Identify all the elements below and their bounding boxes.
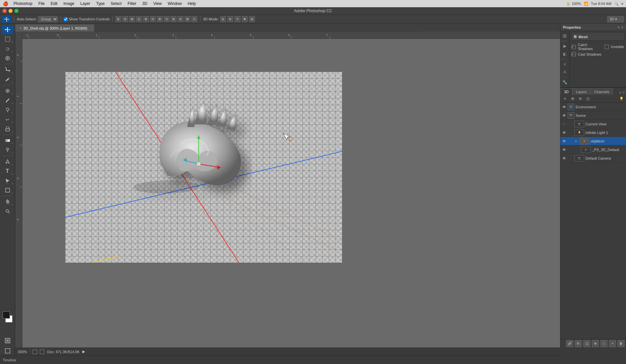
menu-3d[interactable]: 3D [140,1,150,7]
layer-vis-env[interactable]: 👁 [562,105,566,109]
layers-add-icon[interactable]: ⊞ [569,96,576,102]
align-right[interactable]: ⊠ [129,16,135,22]
props-nav-icon-6[interactable]: 🔧 [561,79,568,86]
menu-view[interactable]: View [151,1,164,7]
layer-style-icon[interactable]: fx [575,340,582,347]
layer-infinite-light[interactable]: 👁 💡 Infinite Light 1 [560,128,626,137]
path-select-tool[interactable]: ▾ [2,176,14,185]
layer-expand-mesh[interactable]: ▶ [574,139,578,143]
lasso-tool[interactable]: ⊃ ▾ [2,44,14,53]
layer-vis-scene[interactable]: 👁 [562,113,566,118]
hand-tool[interactable]: ▾ [2,197,14,206]
notification-icon[interactable]: ≡ [621,2,623,6]
tab-close-icon[interactable]: × [19,26,21,30]
menu-window[interactable]: Window [165,1,185,7]
shape-tool[interactable]: ▾ [2,186,14,195]
layer-adjust-icon[interactable]: ⊕ [592,340,599,347]
props-nav-icon-2[interactable]: ▶ [561,42,568,50]
3d-pan-icon[interactable]: ✛ [235,16,241,22]
menu-photoshop[interactable]: Photoshop [11,1,35,7]
3d-scale-icon[interactable]: ⊞ [249,16,255,22]
crop-tool[interactable]: ▾ [2,65,14,74]
3d-roll-icon[interactable]: ⊗ [227,16,233,22]
layers-group-icon[interactable]: ◫ [584,96,591,102]
text-tool[interactable]: T ▾ [2,167,14,176]
tab-3d[interactable]: 3D [560,88,572,95]
spot-heal-tool[interactable]: ▾ [2,86,14,95]
panel-menu-right-icon[interactable]: ≡ [622,90,625,95]
layers-filter-icon[interactable]: ≡ [562,96,568,102]
show-transform-checkbox[interactable]: Show Transform Controls [64,17,110,21]
layer-vis-light[interactable]: 👁 [562,130,566,135]
screen-mode-toggle[interactable] [2,346,14,355]
layer-new-icon[interactable]: + [609,340,616,347]
3d-mode-dropdown[interactable]: 3D ▾ [607,16,624,22]
tab-layers[interactable]: Layers [572,88,590,95]
distribute-left[interactable]: ⊞ [171,16,177,22]
quickmask-toggle[interactable] [2,336,14,345]
dodge-tool[interactable]: ▾ [2,145,14,155]
menu-image[interactable]: Image [61,1,77,7]
3d-slide-icon[interactable]: ✤ [242,16,248,22]
layers-delete-icon[interactable]: ⊟ [577,96,583,102]
layer-objmesh[interactable]: 👁 ▶ ⊞ objMesh [560,137,626,145]
marquee-rect-tool[interactable]: ▾ ▾ [2,35,14,44]
foreground-color-swatch[interactable] [3,311,10,319]
align-center-v[interactable]: ⊞ [143,16,149,22]
maximize-button[interactable] [14,9,18,13]
layer-vis-mesh[interactable]: 👁 [562,139,566,143]
canvas-viewport[interactable] [22,39,560,348]
color-swatches[interactable] [1,311,14,323]
distribute-h[interactable]: ⊠ [157,16,163,22]
tab-channels[interactable]: Channels [590,88,613,95]
distribute-right[interactable]: ⊟ [178,16,184,22]
layer-ps3d-default[interactable]: 👁 ⊞ _PS_3D_Default [560,145,626,154]
layers-light-icon[interactable]: 💡 [618,96,625,102]
history-brush-tool[interactable]: ↩ ▾ [2,115,14,124]
menu-filter[interactable]: Filter [125,1,139,7]
props-nav-icon-5[interactable]: A [561,68,568,76]
menu-type[interactable]: Type [94,1,107,7]
layer-delete-icon[interactable]: 🗑 [617,340,625,347]
align-center-h[interactable]: ⊟ [122,16,128,22]
layer-default-camera[interactable]: 👁 📷 Default Camera [560,154,626,163]
3d-rotate-icon[interactable]: ⊕ [220,16,226,22]
menu-select[interactable]: Select [108,1,124,7]
distribute-v[interactable]: ⊡ [164,16,170,22]
menu-edit[interactable]: Edit [48,1,60,7]
apple-menu[interactable]: 🍎 [3,1,8,6]
layer-current-view[interactable]: 👁 📷 Current View [560,120,626,128]
distribute-top[interactable]: ⊠ [185,16,190,22]
brush-tool[interactable]: ▾ [2,96,14,105]
layer-vis-cam[interactable]: 👁 [562,156,566,161]
menu-file[interactable]: File [36,1,47,7]
catch-shadows-checkbox[interactable]: ✓ [572,45,576,49]
panel-collapse-icon[interactable]: ◂ [617,25,619,29]
eyedropper-tool[interactable]: ▾ [2,75,14,84]
invisible-checkbox[interactable] [605,45,609,49]
zoom-level[interactable]: 300% [18,350,27,354]
menu-help[interactable]: Help [185,1,199,7]
panel-collapse-right-icon[interactable]: ▾ [619,91,621,94]
search-icon[interactable]: 🔍 [614,2,619,6]
cast-shadows-checkbox[interactable]: ✓ [572,52,576,56]
layer-scene[interactable]: 👁 📷 Scene [560,111,626,120]
move-tool[interactable] [2,25,14,34]
props-nav-icon-4[interactable]: ≡ [561,61,568,68]
show-transform-input[interactable] [64,17,68,21]
clone-stamp-tool[interactable]: ▾ [2,105,14,115]
canvas-tab[interactable]: × 3D_Shell.obj @ 300% (Layer 1, RGB/8) [15,24,94,32]
layer-group-icon[interactable]: □ [600,340,608,347]
close-button[interactable] [3,9,7,13]
props-nav-icon-3[interactable]: ◧ [561,50,568,58]
gradient-tool[interactable]: ▾ [2,136,14,145]
distribute-bottom[interactable]: ⊡ [191,16,197,22]
layer-mask-icon[interactable]: ◫ [583,340,590,347]
layer-vis-curview[interactable]: 👁 [562,122,566,126]
panel-menu-icon[interactable]: ≡ [621,25,623,30]
pen-tool[interactable]: ▾ [2,157,14,166]
layer-environment[interactable]: 👁 🌐 Environment [560,103,626,111]
props-nav-icon-1[interactable]: ⊞ [561,32,568,39]
layer-vis-ps3d[interactable]: 👁 [562,147,566,152]
minimize-button[interactable] [9,9,13,13]
